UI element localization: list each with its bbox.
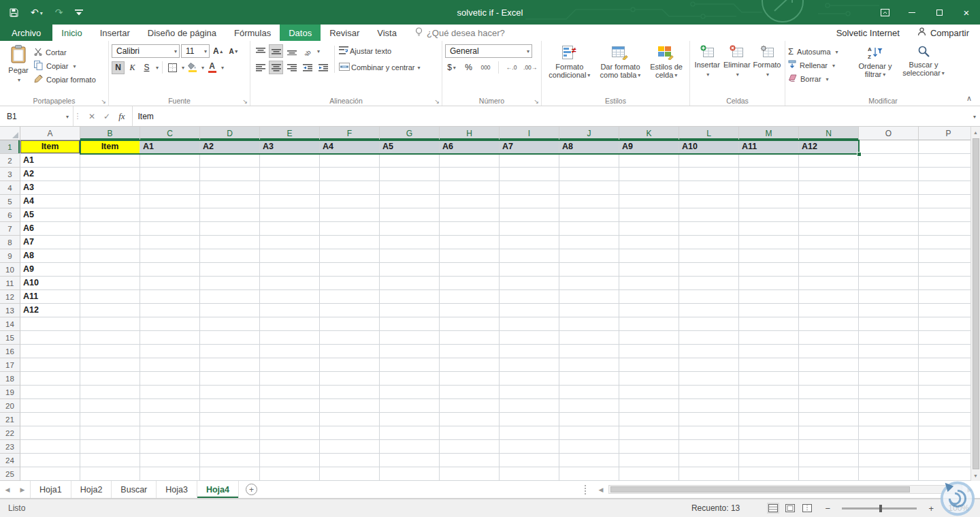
cell-P9[interactable] xyxy=(919,249,979,263)
cell-A23[interactable] xyxy=(20,440,80,454)
cell-M5[interactable] xyxy=(739,195,799,208)
cell-A22[interactable] xyxy=(20,426,80,440)
cell-P15[interactable] xyxy=(919,331,979,345)
cell-I14[interactable] xyxy=(500,317,559,331)
cell-K11[interactable] xyxy=(619,277,679,290)
cell-L19[interactable] xyxy=(679,386,739,399)
zoom-out-button[interactable]: − xyxy=(823,503,832,514)
cell-G25[interactable] xyxy=(380,467,440,481)
cell-L21[interactable] xyxy=(679,413,739,426)
paste-button[interactable]: Pegar xyxy=(3,43,34,95)
increase-indent-icon[interactable] xyxy=(316,61,330,74)
cell-B24[interactable] xyxy=(80,454,140,467)
cell-I17[interactable] xyxy=(500,358,559,372)
cell-E10[interactable] xyxy=(260,263,320,277)
row-header-23[interactable]: 23 xyxy=(0,440,20,454)
cell-D21[interactable] xyxy=(200,413,260,426)
cell-K25[interactable] xyxy=(619,467,679,481)
percent-format-button[interactable]: % xyxy=(462,61,475,74)
cell-J5[interactable] xyxy=(559,195,619,208)
column-header-C[interactable]: C xyxy=(140,127,200,140)
cell-B15[interactable] xyxy=(80,331,140,345)
cell-J11[interactable] xyxy=(559,277,619,290)
cell-P10[interactable] xyxy=(919,263,979,277)
ribbon-tab-revisar[interactable]: Revisar xyxy=(321,25,368,41)
cell-J1[interactable]: A8 xyxy=(559,140,619,154)
cell-G21[interactable] xyxy=(380,413,440,426)
cell-J21[interactable] xyxy=(559,413,619,426)
cell-F14[interactable] xyxy=(320,317,380,331)
cell-I8[interactable] xyxy=(500,236,559,249)
row-header-9[interactable]: 9 xyxy=(0,249,20,263)
vertical-scrollbar[interactable]: ▲ ▼ xyxy=(970,127,980,481)
cell-M24[interactable] xyxy=(739,454,799,467)
dialog-launcher-icon[interactable]: ↘ xyxy=(434,98,440,105)
cell-F7[interactable] xyxy=(320,222,380,236)
cell-D15[interactable] xyxy=(200,331,260,345)
cell-C21[interactable] xyxy=(140,413,200,426)
align-center-icon[interactable] xyxy=(269,61,283,74)
cell-F3[interactable] xyxy=(320,168,380,181)
scroll-up-icon[interactable]: ▲ xyxy=(973,127,978,138)
row-header-5[interactable]: 5 xyxy=(0,195,20,208)
cell-M1[interactable]: A11 xyxy=(739,140,799,154)
cell-K4[interactable] xyxy=(619,181,679,195)
cell-E1[interactable]: A3 xyxy=(260,140,320,154)
cell-H14[interactable] xyxy=(440,317,500,331)
row-header-20[interactable]: 20 xyxy=(0,399,20,413)
cell-M4[interactable] xyxy=(739,181,799,195)
cell-G12[interactable] xyxy=(380,290,440,304)
cell-I4[interactable] xyxy=(500,181,559,195)
column-header-D[interactable]: D xyxy=(200,127,260,140)
column-header-P[interactable]: P xyxy=(919,127,979,140)
cell-C20[interactable] xyxy=(140,399,200,413)
cell-J12[interactable] xyxy=(559,290,619,304)
cell-F5[interactable] xyxy=(320,195,380,208)
cell-C17[interactable] xyxy=(140,358,200,372)
cell-J13[interactable] xyxy=(559,304,619,317)
cell-D23[interactable] xyxy=(200,440,260,454)
cell-D19[interactable] xyxy=(200,386,260,399)
cell-P5[interactable] xyxy=(919,195,979,208)
cell-O17[interactable] xyxy=(859,358,919,372)
dialog-launcher-icon[interactable]: ↘ xyxy=(534,98,539,105)
cell-L20[interactable] xyxy=(679,399,739,413)
cell-A4[interactable]: A3 xyxy=(20,181,80,195)
underline-button[interactable]: S xyxy=(140,61,153,74)
cell-H13[interactable] xyxy=(440,304,500,317)
column-header-G[interactable]: G xyxy=(380,127,440,140)
cell-K17[interactable] xyxy=(619,358,679,372)
wrap-text-button[interactable]: Ajustar texto xyxy=(339,43,421,59)
insert-function-icon[interactable]: fx xyxy=(118,111,125,122)
align-left-icon[interactable] xyxy=(253,61,267,74)
cell-I9[interactable] xyxy=(500,249,559,263)
cell-F9[interactable] xyxy=(320,249,380,263)
cell-styles-button[interactable]: Estilos de celda xyxy=(646,43,687,95)
cell-I1[interactable]: A7 xyxy=(500,140,559,154)
autosum-button[interactable]: Σ Autosuma xyxy=(788,46,853,57)
cell-P24[interactable] xyxy=(919,454,979,467)
cell-A10[interactable]: A9 xyxy=(20,263,80,277)
cell-E19[interactable] xyxy=(260,386,320,399)
cell-K18[interactable] xyxy=(619,372,679,386)
cell-D4[interactable] xyxy=(200,181,260,195)
cell-M11[interactable] xyxy=(739,277,799,290)
cell-N10[interactable] xyxy=(799,263,859,277)
cell-D11[interactable] xyxy=(200,277,260,290)
cell-N17[interactable] xyxy=(799,358,859,372)
clear-button[interactable]: Borrar xyxy=(788,73,853,84)
format-cells-button[interactable]: Formato xyxy=(752,43,782,95)
cell-N3[interactable] xyxy=(799,168,859,181)
cell-N2[interactable] xyxy=(799,154,859,168)
column-header-O[interactable]: O xyxy=(859,127,919,140)
cell-K3[interactable] xyxy=(619,168,679,181)
cell-O16[interactable] xyxy=(859,345,919,358)
cell-A1[interactable]: Item xyxy=(20,140,80,154)
insert-cells-button[interactable]: Insertar xyxy=(693,43,722,95)
cell-M14[interactable] xyxy=(739,317,799,331)
cell-G23[interactable] xyxy=(380,440,440,454)
cell-L25[interactable] xyxy=(679,467,739,481)
cell-K19[interactable] xyxy=(619,386,679,399)
cell-M9[interactable] xyxy=(739,249,799,263)
cell-E9[interactable] xyxy=(260,249,320,263)
